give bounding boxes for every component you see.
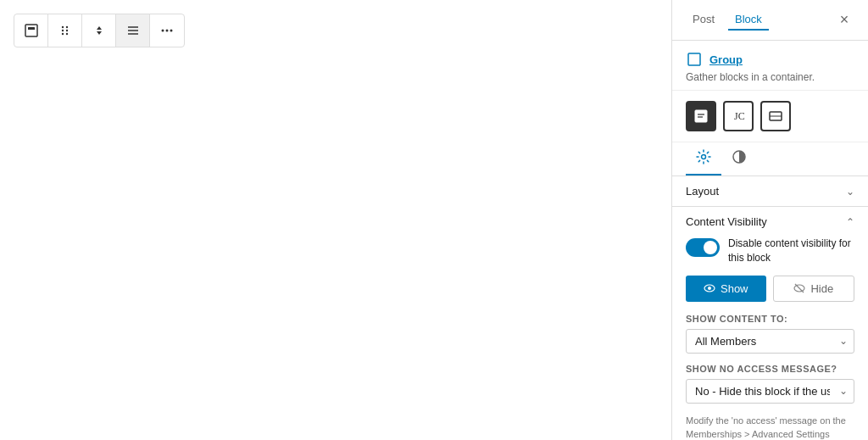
block-info: Group Gather blocks in a container. (672, 41, 868, 91)
no-access-select-wrapper: No - Hide this block if the user d... Ye… (686, 379, 854, 404)
content-visibility-content: Disable content visibility for this bloc… (672, 237, 868, 440)
svg-point-3 (61, 30, 63, 31)
content-visibility-toggle[interactable] (686, 238, 720, 257)
svg-point-7 (65, 33, 67, 35)
show-button[interactable]: Show (686, 276, 766, 302)
show-button-label: Show (721, 282, 748, 295)
layout-accordion-header[interactable]: Layout ⌄ (672, 176, 868, 206)
block-type-row: Group (686, 51, 854, 68)
canvas-area (0, 0, 671, 440)
more-options-button[interactable] (150, 14, 184, 47)
content-visibility-title: Content Visibility (686, 215, 767, 228)
svg-point-12 (166, 30, 169, 32)
svg-point-6 (65, 30, 67, 31)
block-type-name[interactable]: Group (709, 53, 743, 66)
style-button-3[interactable] (760, 101, 791, 131)
sidebar-header: Post Block × (672, 0, 868, 41)
svg-rect-14 (688, 53, 700, 65)
no-access-select[interactable]: No - Hide this block if the user d... Ye… (686, 379, 854, 404)
toggle-label: Disable content visibility for this bloc… (728, 237, 854, 265)
close-button[interactable]: × (834, 10, 854, 31)
hide-button[interactable]: Hide (773, 276, 855, 302)
block-toolbar (14, 14, 185, 47)
cv-toggle-row: Disable content visibility for this bloc… (686, 237, 854, 265)
help-text: Modify the 'no access' message on the Me… (686, 414, 854, 440)
show-hide-row: Show Hide (686, 276, 854, 302)
layout-chevron-icon: ⌄ (846, 186, 854, 198)
show-content-select[interactable]: All Members Logged In Users Logged Out U… (686, 329, 854, 354)
block-description: Gather blocks in a container. (686, 71, 854, 83)
content-visibility-chevron-icon: ⌃ (846, 216, 854, 228)
svg-rect-1 (28, 27, 35, 30)
settings-tab-style[interactable] (721, 142, 757, 175)
svg-point-11 (162, 30, 164, 32)
accordion: Layout ⌄ Content Visibility ⌃ (672, 176, 868, 440)
show-content-label: SHOW CONTENT TO: (686, 314, 854, 324)
svg-point-4 (61, 33, 63, 35)
svg-rect-0 (25, 25, 37, 36)
sidebar: Post Block × Group Gather blocks in a co… (671, 0, 868, 440)
style-button-2[interactable]: JC (723, 101, 754, 131)
show-content-select-wrapper: All Members Logged In Users Logged Out U… (686, 329, 854, 354)
align-button[interactable] (116, 14, 150, 47)
move-up-down-button[interactable] (82, 14, 116, 47)
svg-rect-16 (696, 111, 706, 121)
settings-tabs (672, 142, 868, 176)
content-visibility-section: Content Visibility ⌃ Disable content vis… (672, 207, 868, 440)
tab-post[interactable]: Post (686, 9, 721, 31)
svg-point-24 (708, 287, 711, 290)
no-access-label: SHOW NO ACCESS MESSAGE? (686, 364, 854, 374)
tab-block[interactable]: Block (728, 9, 769, 31)
settings-tab-general[interactable] (686, 142, 721, 175)
block-type-icon (686, 51, 703, 68)
drag-handle-button[interactable] (48, 14, 82, 47)
svg-text:JC: JC (734, 110, 745, 122)
group-block-button[interactable] (14, 14, 48, 47)
content-visibility-accordion-header[interactable]: Content Visibility ⌃ (672, 207, 868, 237)
layout-title: Layout (686, 185, 719, 198)
svg-point-2 (61, 26, 63, 28)
layout-section: Layout ⌄ (672, 176, 868, 207)
svg-point-22 (702, 155, 706, 159)
svg-point-13 (170, 30, 173, 32)
hide-button-label: Hide (810, 282, 833, 295)
style-button-1[interactable] (686, 101, 716, 131)
sidebar-tabs: Post Block (686, 9, 769, 31)
svg-point-5 (65, 26, 67, 28)
block-styles: JC (672, 91, 868, 142)
